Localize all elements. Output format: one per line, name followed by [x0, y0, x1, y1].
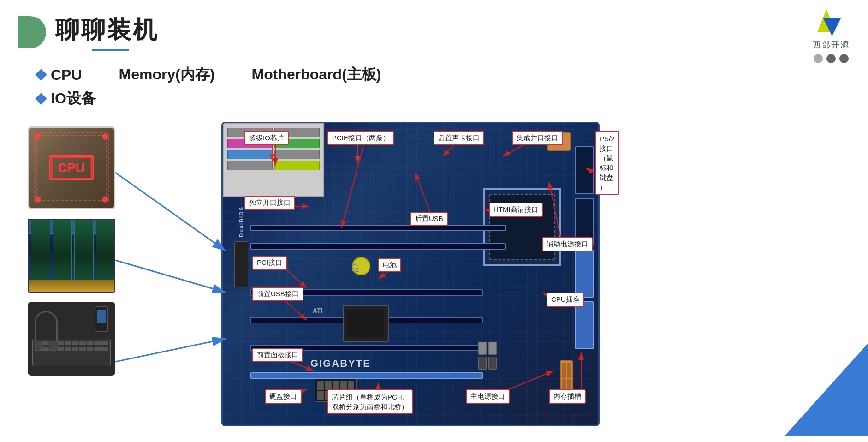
brand-name: 西部开源 — [813, 39, 850, 50]
logo-d-shape — [18, 16, 46, 48]
callout-super-io: 超级IO芯片 — [244, 131, 289, 145]
io-item: IO设备 — [37, 89, 96, 109]
logo-dot-3 — [839, 54, 849, 63]
brand-logo: 西部开源 — [813, 9, 850, 63]
diamond-icon-2 — [35, 93, 47, 104]
callout-front-panel: 前置面板接口 — [252, 348, 303, 362]
cpu-item: CPU — [37, 66, 82, 84]
header: 聊聊装机 西部开源 — [0, 0, 868, 55]
callout-hdmi: HTMI高清接口 — [489, 203, 543, 217]
pcie-slot-1 — [250, 225, 506, 231]
callout-ram-slot: 内存插槽 — [549, 389, 586, 404]
gigabyte-logo: GIGABYTE — [310, 358, 371, 370]
items-section: CPU Memory(内存) Motherboard(主板) IO设备 — [0, 55, 868, 117]
svg-line-2 — [115, 260, 226, 293]
pcie-slot-2 — [250, 243, 506, 250]
callout-parallel-integrated: 集成并口接口 — [512, 131, 563, 145]
callout-battery: 电池 — [378, 258, 401, 272]
ati-logo: ATI — [313, 307, 323, 314]
sata-connectors — [478, 342, 497, 370]
motherboard-label: Motherboard(主板) — [252, 65, 381, 85]
left-images: CPU — [28, 126, 115, 376]
logo-dots — [814, 54, 849, 63]
callout-main-power: 主电源接口 — [466, 389, 510, 404]
logo-dot-2 — [826, 54, 836, 63]
callout-rear-sound: 后置声卡接口 — [434, 131, 484, 145]
cpu-label: CPU — [51, 66, 82, 84]
diamond-icon-1 — [35, 69, 47, 80]
callout-ps2: PS/2接口（鼠标和键盘） — [595, 131, 619, 195]
callout-parallel-standalone: 独立并口接口 — [244, 196, 295, 210]
dualbios-area: DualBIOS — [230, 206, 253, 299]
svg-line-3 — [115, 339, 226, 362]
io-label: IO设备 — [51, 89, 96, 109]
pcie-slot-3 — [250, 372, 483, 379]
cpu-image: CPU — [28, 126, 115, 209]
callout-hdd: 硬盘接口 — [265, 389, 302, 404]
logo-icon — [813, 9, 850, 37]
callout-front-usb: 前置USB接口 — [252, 287, 303, 301]
io-image — [28, 302, 115, 376]
fcc-logo: FCCE — [352, 262, 359, 273]
main-content: CPU — [0, 122, 868, 436]
logo-triangle-blue — [823, 18, 841, 36]
ram-image — [28, 219, 115, 293]
item-row-2: IO设备 — [37, 89, 840, 109]
item-row-1: CPU Memory(内存) Motherboard(主板) — [37, 65, 840, 85]
page-title: 聊聊装机 — [55, 14, 159, 46]
callout-pcie: PCIE接口（两条） — [327, 131, 394, 145]
chipset-chip — [343, 305, 389, 342]
title-underline — [92, 49, 129, 51]
callout-pci: PCI接口 — [252, 256, 287, 270]
motherboard-image: GIGABYTE ATI — [221, 122, 600, 426]
callout-chipset: 芯片组（单桥成为PCH,双桥分别为南桥和北桥） — [327, 389, 413, 414]
svg-line-1 — [115, 173, 226, 251]
memory-item: Memory(内存) — [119, 65, 215, 85]
memory-label: Memory(内存) — [119, 65, 215, 85]
motherboard-item: Motherboard(主板) — [252, 65, 381, 85]
logo-dot-1 — [814, 54, 823, 63]
callout-cpu-socket: CPU插座 — [547, 293, 584, 307]
deco-triangle — [785, 343, 868, 436]
callout-aux-power: 辅助电源接口 — [542, 237, 593, 251]
motherboard-container: GIGABYTE ATI — [221, 122, 600, 426]
callout-rear-usb: 后置USB — [410, 212, 448, 226]
